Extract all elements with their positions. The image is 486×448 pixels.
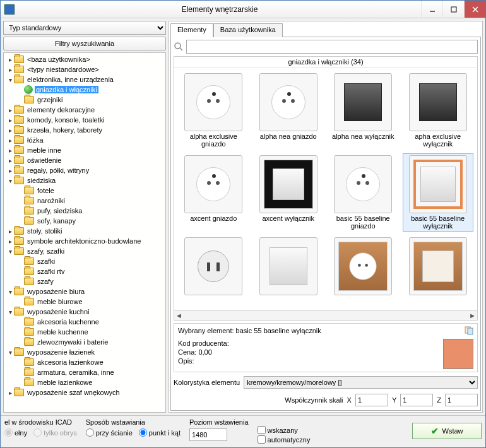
expand-icon[interactable]: ▸	[6, 56, 14, 63]
scale-z-input[interactable]	[445, 394, 478, 406]
thumbnail	[184, 73, 242, 131]
scale-y-input[interactable]	[400, 394, 433, 406]
expand-icon[interactable]: ▸	[6, 137, 14, 144]
expand-icon[interactable]: ▸	[6, 147, 14, 154]
category-tree[interactable]: ▸<baza użytkownika>▸<typy niestandardowe…	[3, 52, 166, 413]
grid-item[interactable]	[178, 235, 249, 310]
tree-node[interactable]: ▪narożniki	[4, 196, 165, 206]
tree-node[interactable]: ▪grzejniki	[4, 95, 165, 105]
grid-item[interactable]	[328, 235, 399, 310]
tree-node[interactable]: ▸łóżka	[4, 135, 165, 145]
close-button[interactable]	[464, 1, 485, 18]
grid-item[interactable]	[403, 235, 474, 310]
grid-item[interactable]: axcent wyłącznik	[253, 153, 324, 232]
tree-label: wyposażenie kuchni	[26, 308, 90, 315]
expand-icon[interactable]: ▸	[6, 167, 14, 174]
search-input[interactable]	[186, 40, 478, 54]
grid-item[interactable]: apha exclusive wyłącznik	[403, 71, 474, 150]
grid-item[interactable]: alpha exclusive gniazdo	[178, 71, 249, 150]
tree-node[interactable]: ▸<baza użytkownika>	[4, 54, 165, 64]
tree-label: gniazdka i włączniki	[35, 86, 98, 93]
tree-node[interactable]: ▸krzesła, hokery, taborety	[4, 125, 165, 135]
tree-node[interactable]: ▪meble kuchenne	[4, 327, 165, 337]
tree-node[interactable]: ▪sofy, kanapy	[4, 216, 165, 226]
filter-button[interactable]: Filtry wyszukiwania	[3, 37, 166, 50]
color-select[interactable]: kremowy/kremowy/morelowy []	[244, 376, 478, 389]
tree-node[interactable]: ▪szafki rtv	[4, 266, 165, 276]
collapse-icon[interactable]: ▾	[6, 349, 14, 356]
folder-icon	[24, 318, 34, 326]
tree-node[interactable]: ▪gniazdka i włączniki	[4, 85, 165, 95]
tree-node[interactable]: ▪pufy, siedziska	[4, 206, 165, 216]
insert-button[interactable]: ✔Wstaw	[412, 423, 482, 439]
grid-item[interactable]: axcent gniazdo	[178, 153, 249, 232]
folder-icon	[14, 177, 24, 184]
h-scrollbar[interactable]: ◄►	[174, 310, 477, 320]
tree-node[interactable]: ▸elementy dekoracyjne	[4, 105, 165, 115]
expand-icon[interactable]: ▸	[6, 389, 14, 396]
tree-node[interactable]: ▪fotele	[4, 186, 165, 196]
expand-icon[interactable]: ▸	[6, 228, 14, 235]
tree-node[interactable]: ▾wyposażenie biura	[4, 286, 165, 297]
tab-user-base[interactable]: Baza użytkownika	[213, 23, 283, 37]
maximize-button[interactable]	[442, 1, 464, 18]
collapse-icon[interactable]: ▾	[6, 309, 14, 315]
tree-node[interactable]: ▾siedziska	[4, 175, 165, 186]
grid-item[interactable]: alpha nea gniazdo	[253, 71, 324, 150]
expand-icon[interactable]: ▸	[6, 107, 14, 114]
tree-node[interactable]: ▪akcesoria kuchenne	[4, 317, 165, 327]
selected-label: Wybrany element: basic 55 baseline wyłąc…	[178, 326, 321, 335]
tree-node[interactable]: ▸meble inne	[4, 145, 165, 155]
grid-title: gniazdka i włączniki (34)	[174, 57, 477, 68]
tree-node[interactable]: ▸wyposażenie szaf wnękowych	[4, 387, 165, 398]
tree-node[interactable]: ▪zlewozmywaki i baterie	[4, 337, 165, 347]
tree-node[interactable]: ▸komody, konsole, toaletki	[4, 115, 165, 125]
tree-node[interactable]: ▾szafy, szafki	[4, 246, 165, 256]
expand-icon[interactable]: ▸	[6, 66, 14, 73]
grid-item[interactable]	[253, 235, 324, 310]
tree-label: szafy	[36, 278, 55, 285]
tree-node[interactable]: ▪akcesoria łazienkowe	[4, 357, 165, 367]
price: Cena: 0,00	[178, 348, 437, 357]
tree-node[interactable]: ▪armatura, ceramika, inne	[4, 367, 165, 377]
tree-node[interactable]: ▸regały, półki, witryny	[4, 165, 165, 175]
expand-icon[interactable]: ▸	[6, 127, 14, 134]
tree-node[interactable]: ▸oświetlenie	[4, 155, 165, 165]
tree-node[interactable]: ▸<typy niestandardowe>	[4, 64, 165, 74]
tree-node[interactable]: ▾elektronika, inne urządzenia	[4, 74, 165, 85]
tree-node[interactable]: ▸stoły, stoliki	[4, 226, 165, 236]
tree-label: pufy, siedziska	[36, 207, 83, 215]
type-select[interactable]: Typ standardowy	[3, 21, 166, 35]
expand-icon[interactable]: ▸	[6, 117, 14, 124]
scale-x-input[interactable]	[355, 394, 388, 406]
color-label: Kolorystyka elementu	[174, 379, 240, 386]
tree-node[interactable]: ▪meble biurowe	[4, 297, 165, 307]
tree-node[interactable]: ▾wyposażenie kuchni	[4, 307, 165, 317]
collapse-icon[interactable]: ▾	[6, 248, 14, 255]
level-input[interactable]	[189, 428, 227, 441]
check-automatic[interactable]: automatyczny	[258, 435, 311, 444]
collapse-icon[interactable]: ▾	[6, 177, 14, 184]
grid-item[interactable]: alpha nea wyłącznik	[328, 71, 399, 150]
expand-icon[interactable]: ▸	[6, 157, 14, 164]
notes-icon[interactable]	[465, 326, 473, 335]
grid-item[interactable]: basic 55 baseline wyłącznik	[403, 153, 474, 232]
collapse-icon[interactable]: ▾	[6, 76, 14, 83]
radio-point-angle[interactable]: punkt i kąt	[139, 428, 181, 437]
collapse-icon[interactable]: ▾	[6, 288, 14, 295]
folder-icon	[24, 278, 34, 285]
folder-icon	[24, 379, 34, 386]
tab-elements[interactable]: Elementy	[170, 23, 213, 37]
tree-node[interactable]: ▪szafki	[4, 256, 165, 266]
tree-node[interactable]: ▾wyposażenie łazienek	[4, 347, 165, 357]
tree-node[interactable]: ▸symbole architektoniczno-budowlane	[4, 236, 165, 246]
check-indicated[interactable]: wskazany	[258, 426, 311, 434]
minimize-button[interactable]	[421, 1, 442, 18]
tree-node[interactable]: ▪szafy	[4, 276, 165, 286]
radio-full[interactable]: ełny	[4, 428, 27, 437]
tree-node[interactable]: ▪meble łazienkowe	[4, 377, 165, 387]
expand-icon[interactable]: ▸	[6, 238, 14, 245]
grid-item[interactable]: basic 55 baseline gniazdo	[328, 153, 399, 232]
item-grid[interactable]: alpha exclusive gniazdoalpha nea gniazdo…	[174, 68, 477, 310]
radio-by-wall[interactable]: przy ścianie	[86, 428, 133, 437]
